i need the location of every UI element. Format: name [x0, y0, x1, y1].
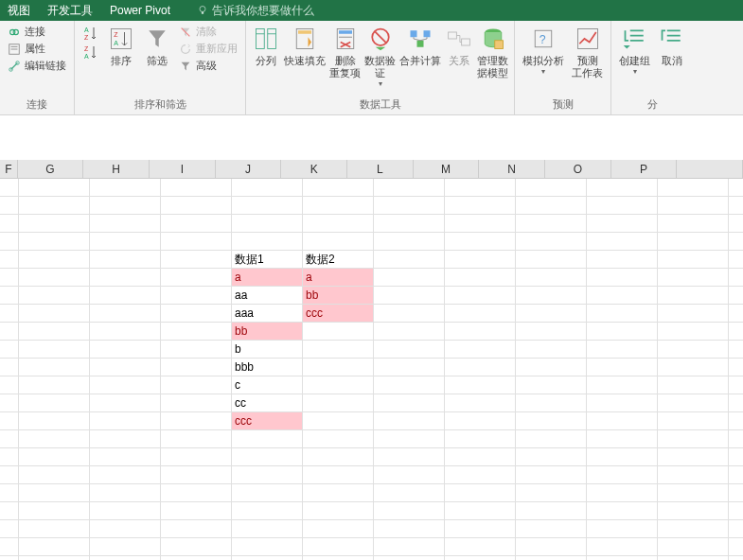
- cell[interactable]: [161, 556, 232, 560]
- cell[interactable]: [374, 448, 445, 466]
- data-validation-button[interactable]: 数据验 证 ▾: [363, 23, 398, 90]
- cell[interactable]: [19, 484, 90, 502]
- cell[interactable]: [729, 394, 743, 412]
- cell[interactable]: ccc: [303, 305, 374, 323]
- cell[interactable]: [516, 305, 587, 323]
- cell[interactable]: [445, 287, 516, 305]
- cell[interactable]: [587, 376, 658, 394]
- cell[interactable]: [90, 520, 161, 538]
- cell[interactable]: [0, 341, 19, 359]
- cell[interactable]: [729, 197, 743, 215]
- cell[interactable]: [445, 466, 516, 484]
- cell[interactable]: [445, 359, 516, 376]
- cell[interactable]: c: [232, 376, 303, 394]
- cell[interactable]: [19, 305, 90, 323]
- cell[interactable]: [19, 233, 90, 251]
- cell[interactable]: [658, 179, 729, 197]
- cell[interactable]: [516, 233, 587, 251]
- cell[interactable]: [232, 197, 303, 215]
- cell[interactable]: [658, 341, 729, 359]
- cell[interactable]: [0, 412, 19, 430]
- cell[interactable]: [516, 412, 587, 430]
- cell[interactable]: [303, 448, 374, 466]
- cell[interactable]: [658, 269, 729, 287]
- cell[interactable]: [445, 394, 516, 412]
- cell[interactable]: [232, 538, 303, 556]
- col-header[interactable]: L: [347, 160, 414, 178]
- relationships-button[interactable]: 关系: [443, 23, 475, 69]
- col-header[interactable]: G: [18, 160, 84, 178]
- cell[interactable]: [90, 412, 161, 430]
- cell[interactable]: [374, 466, 445, 484]
- cell[interactable]: [0, 323, 19, 341]
- cell[interactable]: [303, 538, 374, 556]
- cell[interactable]: [161, 502, 232, 520]
- cell[interactable]: [587, 484, 658, 502]
- cell[interactable]: [232, 556, 303, 560]
- cell[interactable]: [303, 233, 374, 251]
- col-header[interactable]: M: [414, 160, 480, 178]
- cell[interactable]: [19, 341, 90, 359]
- edit-links-button[interactable]: 编辑链接: [8, 59, 66, 73]
- col-header[interactable]: H: [83, 160, 150, 178]
- tab-powerpivot[interactable]: Power Pivot: [110, 4, 170, 17]
- cell[interactable]: [516, 448, 587, 466]
- cell[interactable]: [161, 233, 232, 251]
- cell[interactable]: [374, 502, 445, 520]
- cell[interactable]: [161, 412, 232, 430]
- sort-az-icon[interactable]: AZ: [82, 25, 99, 42]
- cell[interactable]: [90, 197, 161, 215]
- cell[interactable]: [587, 197, 658, 215]
- cell[interactable]: bbb: [232, 359, 303, 376]
- cell[interactable]: [729, 215, 743, 233]
- cell[interactable]: [587, 520, 658, 538]
- clear-filter-button[interactable]: 清除: [179, 25, 238, 39]
- cell[interactable]: [0, 448, 19, 466]
- cell[interactable]: [90, 215, 161, 233]
- cell[interactable]: [445, 376, 516, 394]
- spreadsheet-area[interactable]: F G H I J K L M N O P 数据1数据2aaaabbaaaccc…: [0, 115, 743, 560]
- cell[interactable]: aa: [232, 287, 303, 305]
- cell[interactable]: [0, 484, 19, 502]
- cell[interactable]: [303, 484, 374, 502]
- cell[interactable]: [19, 430, 90, 448]
- cell[interactable]: [516, 430, 587, 448]
- cell[interactable]: [232, 233, 303, 251]
- cell[interactable]: [232, 215, 303, 233]
- cell[interactable]: [374, 323, 445, 341]
- cell[interactable]: [303, 376, 374, 394]
- cell[interactable]: [161, 484, 232, 502]
- cell[interactable]: [303, 359, 374, 376]
- cell[interactable]: [0, 269, 19, 287]
- cell[interactable]: [303, 197, 374, 215]
- cell[interactable]: [0, 305, 19, 323]
- cell[interactable]: cc: [232, 394, 303, 412]
- cell[interactable]: [161, 376, 232, 394]
- cell[interactable]: [516, 341, 587, 359]
- cell[interactable]: [587, 269, 658, 287]
- cell[interactable]: [19, 376, 90, 394]
- cell[interactable]: [232, 484, 303, 502]
- cell[interactable]: [445, 430, 516, 448]
- flash-fill-button[interactable]: 快速填充: [282, 23, 327, 69]
- cell[interactable]: [516, 197, 587, 215]
- cell[interactable]: [658, 323, 729, 341]
- cell[interactable]: [0, 556, 19, 560]
- cell[interactable]: [658, 376, 729, 394]
- cell[interactable]: [90, 269, 161, 287]
- cell[interactable]: [19, 412, 90, 430]
- cell[interactable]: [90, 305, 161, 323]
- cell[interactable]: [0, 359, 19, 376]
- cell[interactable]: [374, 538, 445, 556]
- cell-grid[interactable]: 数据1数据2aaaabbaaacccbbbbbbcccccc: [0, 179, 743, 560]
- cell[interactable]: [587, 448, 658, 466]
- cell[interactable]: [161, 179, 232, 197]
- cell[interactable]: [445, 412, 516, 430]
- cell[interactable]: [90, 430, 161, 448]
- cell[interactable]: [232, 520, 303, 538]
- cell[interactable]: [303, 430, 374, 448]
- cell[interactable]: b: [232, 341, 303, 359]
- cell[interactable]: 数据1: [232, 251, 303, 269]
- cell[interactable]: [658, 233, 729, 251]
- cell[interactable]: [90, 179, 161, 197]
